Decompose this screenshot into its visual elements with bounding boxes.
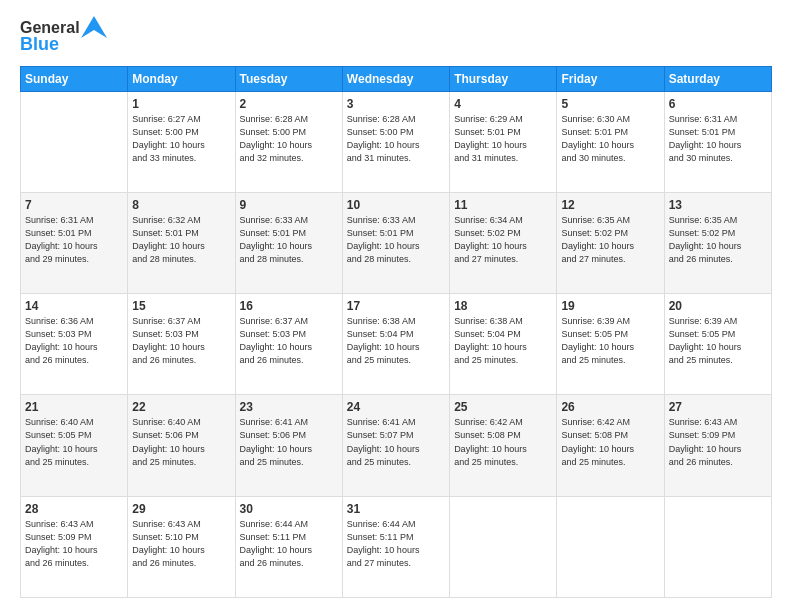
calendar-cell: 26Sunrise: 6:42 AM Sunset: 5:08 PM Dayli… [557, 395, 664, 496]
day-number: 31 [347, 502, 445, 516]
day-number: 9 [240, 198, 338, 212]
svg-marker-0 [81, 16, 107, 38]
cell-details: Sunrise: 6:38 AM Sunset: 5:04 PM Dayligh… [454, 315, 552, 367]
day-number: 30 [240, 502, 338, 516]
weekday-saturday: Saturday [664, 66, 771, 91]
calendar-cell: 5Sunrise: 6:30 AM Sunset: 5:01 PM Daylig… [557, 91, 664, 192]
cell-details: Sunrise: 6:31 AM Sunset: 5:01 PM Dayligh… [25, 214, 123, 266]
day-number: 25 [454, 400, 552, 414]
day-number: 20 [669, 299, 767, 313]
day-number: 17 [347, 299, 445, 313]
day-number: 13 [669, 198, 767, 212]
day-number: 19 [561, 299, 659, 313]
cell-details: Sunrise: 6:42 AM Sunset: 5:08 PM Dayligh… [561, 416, 659, 468]
cell-details: Sunrise: 6:32 AM Sunset: 5:01 PM Dayligh… [132, 214, 230, 266]
weekday-wednesday: Wednesday [342, 66, 449, 91]
weekday-tuesday: Tuesday [235, 66, 342, 91]
calendar-cell: 29Sunrise: 6:43 AM Sunset: 5:10 PM Dayli… [128, 496, 235, 597]
day-number: 21 [25, 400, 123, 414]
cell-details: Sunrise: 6:37 AM Sunset: 5:03 PM Dayligh… [240, 315, 338, 367]
calendar-cell: 13Sunrise: 6:35 AM Sunset: 5:02 PM Dayli… [664, 192, 771, 293]
cell-details: Sunrise: 6:41 AM Sunset: 5:07 PM Dayligh… [347, 416, 445, 468]
day-number: 5 [561, 97, 659, 111]
cell-details: Sunrise: 6:37 AM Sunset: 5:03 PM Dayligh… [132, 315, 230, 367]
cell-details: Sunrise: 6:34 AM Sunset: 5:02 PM Dayligh… [454, 214, 552, 266]
calendar-week-5: 28Sunrise: 6:43 AM Sunset: 5:09 PM Dayli… [21, 496, 772, 597]
day-number: 15 [132, 299, 230, 313]
cell-details: Sunrise: 6:33 AM Sunset: 5:01 PM Dayligh… [240, 214, 338, 266]
day-number: 26 [561, 400, 659, 414]
calendar-week-2: 7Sunrise: 6:31 AM Sunset: 5:01 PM Daylig… [21, 192, 772, 293]
calendar-cell: 16Sunrise: 6:37 AM Sunset: 5:03 PM Dayli… [235, 294, 342, 395]
cell-details: Sunrise: 6:27 AM Sunset: 5:00 PM Dayligh… [132, 113, 230, 165]
logo: General Blue [20, 18, 107, 56]
day-number: 4 [454, 97, 552, 111]
calendar-cell: 28Sunrise: 6:43 AM Sunset: 5:09 PM Dayli… [21, 496, 128, 597]
calendar-cell: 14Sunrise: 6:36 AM Sunset: 5:03 PM Dayli… [21, 294, 128, 395]
calendar-header: SundayMondayTuesdayWednesdayThursdayFrid… [21, 66, 772, 91]
calendar-cell: 7Sunrise: 6:31 AM Sunset: 5:01 PM Daylig… [21, 192, 128, 293]
cell-details: Sunrise: 6:31 AM Sunset: 5:01 PM Dayligh… [669, 113, 767, 165]
day-number: 24 [347, 400, 445, 414]
calendar-cell [664, 496, 771, 597]
day-number: 8 [132, 198, 230, 212]
weekday-thursday: Thursday [450, 66, 557, 91]
calendar-cell: 8Sunrise: 6:32 AM Sunset: 5:01 PM Daylig… [128, 192, 235, 293]
calendar-week-4: 21Sunrise: 6:40 AM Sunset: 5:05 PM Dayli… [21, 395, 772, 496]
calendar-cell: 21Sunrise: 6:40 AM Sunset: 5:05 PM Dayli… [21, 395, 128, 496]
cell-details: Sunrise: 6:28 AM Sunset: 5:00 PM Dayligh… [347, 113, 445, 165]
cell-details: Sunrise: 6:35 AM Sunset: 5:02 PM Dayligh… [669, 214, 767, 266]
cell-details: Sunrise: 6:40 AM Sunset: 5:06 PM Dayligh… [132, 416, 230, 468]
calendar-cell: 30Sunrise: 6:44 AM Sunset: 5:11 PM Dayli… [235, 496, 342, 597]
calendar-cell: 10Sunrise: 6:33 AM Sunset: 5:01 PM Dayli… [342, 192, 449, 293]
calendar-cell: 25Sunrise: 6:42 AM Sunset: 5:08 PM Dayli… [450, 395, 557, 496]
header: General Blue [20, 18, 772, 56]
calendar-cell [557, 496, 664, 597]
day-number: 12 [561, 198, 659, 212]
calendar-cell: 1Sunrise: 6:27 AM Sunset: 5:00 PM Daylig… [128, 91, 235, 192]
cell-details: Sunrise: 6:38 AM Sunset: 5:04 PM Dayligh… [347, 315, 445, 367]
cell-details: Sunrise: 6:33 AM Sunset: 5:01 PM Dayligh… [347, 214, 445, 266]
day-number: 23 [240, 400, 338, 414]
logo-icon [81, 16, 107, 38]
cell-details: Sunrise: 6:39 AM Sunset: 5:05 PM Dayligh… [561, 315, 659, 367]
calendar-table: SundayMondayTuesdayWednesdayThursdayFrid… [20, 66, 772, 598]
cell-details: Sunrise: 6:42 AM Sunset: 5:08 PM Dayligh… [454, 416, 552, 468]
day-number: 1 [132, 97, 230, 111]
calendar-cell: 19Sunrise: 6:39 AM Sunset: 5:05 PM Dayli… [557, 294, 664, 395]
weekday-sunday: Sunday [21, 66, 128, 91]
cell-details: Sunrise: 6:28 AM Sunset: 5:00 PM Dayligh… [240, 113, 338, 165]
page: General Blue SundayMondayTuesdayWednesda… [0, 0, 792, 612]
calendar-cell: 27Sunrise: 6:43 AM Sunset: 5:09 PM Dayli… [664, 395, 771, 496]
calendar-cell [450, 496, 557, 597]
cell-details: Sunrise: 6:39 AM Sunset: 5:05 PM Dayligh… [669, 315, 767, 367]
calendar-week-1: 1Sunrise: 6:27 AM Sunset: 5:00 PM Daylig… [21, 91, 772, 192]
weekday-header-row: SundayMondayTuesdayWednesdayThursdayFrid… [21, 66, 772, 91]
cell-details: Sunrise: 6:36 AM Sunset: 5:03 PM Dayligh… [25, 315, 123, 367]
calendar-week-3: 14Sunrise: 6:36 AM Sunset: 5:03 PM Dayli… [21, 294, 772, 395]
calendar-cell: 22Sunrise: 6:40 AM Sunset: 5:06 PM Dayli… [128, 395, 235, 496]
calendar-cell [21, 91, 128, 192]
cell-details: Sunrise: 6:41 AM Sunset: 5:06 PM Dayligh… [240, 416, 338, 468]
calendar-cell: 23Sunrise: 6:41 AM Sunset: 5:06 PM Dayli… [235, 395, 342, 496]
calendar-cell: 15Sunrise: 6:37 AM Sunset: 5:03 PM Dayli… [128, 294, 235, 395]
calendar-cell: 12Sunrise: 6:35 AM Sunset: 5:02 PM Dayli… [557, 192, 664, 293]
calendar-cell: 18Sunrise: 6:38 AM Sunset: 5:04 PM Dayli… [450, 294, 557, 395]
cell-details: Sunrise: 6:40 AM Sunset: 5:05 PM Dayligh… [25, 416, 123, 468]
calendar-body: 1Sunrise: 6:27 AM Sunset: 5:00 PM Daylig… [21, 91, 772, 597]
day-number: 18 [454, 299, 552, 313]
cell-details: Sunrise: 6:35 AM Sunset: 5:02 PM Dayligh… [561, 214, 659, 266]
calendar-cell: 4Sunrise: 6:29 AM Sunset: 5:01 PM Daylig… [450, 91, 557, 192]
calendar-cell: 2Sunrise: 6:28 AM Sunset: 5:00 PM Daylig… [235, 91, 342, 192]
cell-details: Sunrise: 6:29 AM Sunset: 5:01 PM Dayligh… [454, 113, 552, 165]
cell-details: Sunrise: 6:43 AM Sunset: 5:09 PM Dayligh… [25, 518, 123, 570]
calendar-cell: 3Sunrise: 6:28 AM Sunset: 5:00 PM Daylig… [342, 91, 449, 192]
day-number: 11 [454, 198, 552, 212]
day-number: 6 [669, 97, 767, 111]
weekday-monday: Monday [128, 66, 235, 91]
cell-details: Sunrise: 6:44 AM Sunset: 5:11 PM Dayligh… [347, 518, 445, 570]
calendar-cell: 24Sunrise: 6:41 AM Sunset: 5:07 PM Dayli… [342, 395, 449, 496]
day-number: 3 [347, 97, 445, 111]
calendar-cell: 31Sunrise: 6:44 AM Sunset: 5:11 PM Dayli… [342, 496, 449, 597]
cell-details: Sunrise: 6:43 AM Sunset: 5:09 PM Dayligh… [669, 416, 767, 468]
